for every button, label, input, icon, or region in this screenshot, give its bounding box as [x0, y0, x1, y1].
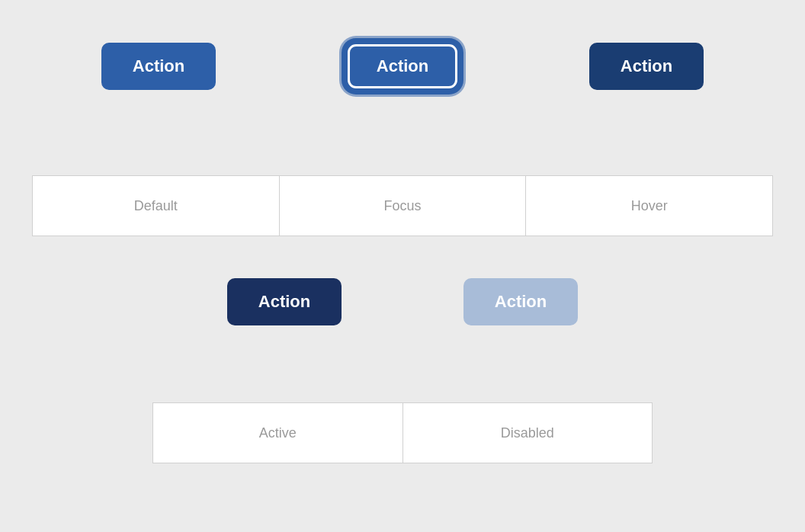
- focus-label: Focus: [383, 198, 421, 214]
- default-button[interactable]: Action: [101, 43, 216, 90]
- focus-button[interactable]: Action: [345, 42, 460, 91]
- hover-button[interactable]: Action: [589, 43, 704, 90]
- default-btn-slot: Action: [37, 43, 281, 90]
- bottom-button-row: Action Action: [0, 278, 805, 325]
- hover-btn-slot: Action: [524, 43, 768, 90]
- default-label: Default: [134, 198, 178, 214]
- focus-label-cell: Focus: [279, 175, 526, 236]
- hover-label: Hover: [631, 198, 668, 214]
- default-label-cell: Default: [32, 175, 279, 236]
- canvas: Action Action Action Default Focus Hover…: [0, 0, 805, 532]
- focus-btn-slot: Action: [281, 42, 524, 91]
- active-label: Active: [259, 425, 297, 441]
- disabled-label-cell: Disabled: [402, 402, 653, 463]
- top-button-row: Action Action Action: [0, 42, 805, 91]
- active-button[interactable]: Action: [227, 278, 342, 325]
- hover-label-cell: Hover: [525, 175, 773, 236]
- active-label-cell: Active: [152, 402, 402, 463]
- label-row: Default Focus Hover: [32, 175, 773, 236]
- bottom-label-row: Active Disabled: [152, 402, 653, 463]
- disabled-button: Action: [463, 278, 578, 325]
- disabled-label: Disabled: [501, 425, 554, 441]
